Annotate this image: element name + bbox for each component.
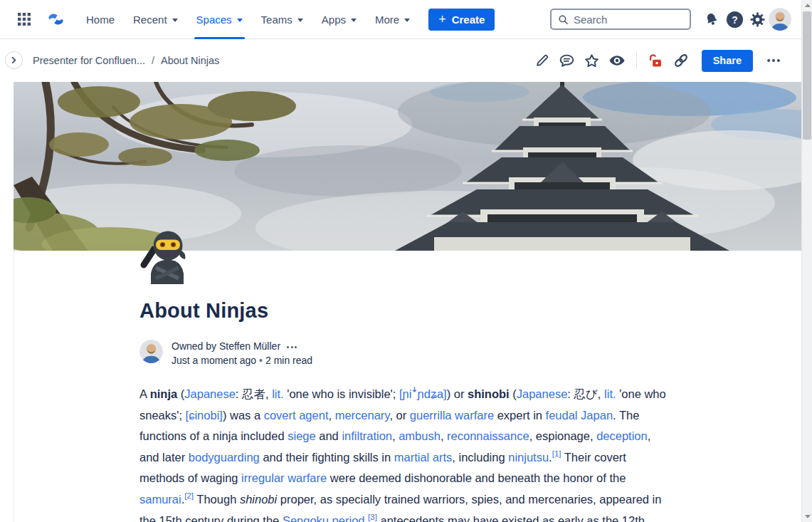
inline-link[interactable]: feudal Japan bbox=[546, 409, 613, 422]
text-segment: ( bbox=[177, 387, 184, 400]
text-segment: : 忍び, bbox=[567, 387, 604, 400]
nav-item-apps[interactable]: Apps bbox=[312, 0, 366, 39]
citation-link[interactable]: [1] bbox=[552, 449, 561, 458]
citation-link[interactable]: [2] bbox=[184, 491, 194, 500]
inline-link[interactable]: irregular warfare bbox=[241, 471, 327, 484]
inline-link[interactable]: [ɲiꜜɲdʑa] bbox=[399, 387, 447, 400]
inline-link[interactable]: ambush bbox=[399, 429, 441, 442]
settings-button[interactable] bbox=[746, 8, 769, 31]
star-icon bbox=[584, 53, 600, 69]
inline-link[interactable]: guerrilla warfare bbox=[410, 409, 494, 422]
edit-button[interactable] bbox=[533, 51, 552, 70]
inline-link[interactable]: ninjutsu bbox=[508, 451, 549, 464]
inline-link[interactable]: Sengoku period bbox=[283, 514, 365, 522]
text-segment: were deemed dishonorable and beneath the… bbox=[327, 471, 626, 484]
link-icon bbox=[673, 52, 690, 69]
text-segment: , bbox=[392, 429, 399, 442]
inline-link[interactable]: [ɕinobi] bbox=[186, 409, 223, 422]
chevron-down-icon bbox=[351, 19, 357, 22]
inline-link[interactable]: infiltration bbox=[342, 429, 392, 442]
inline-link[interactable]: martial arts bbox=[394, 451, 453, 464]
inline-link[interactable]: reconnaissance bbox=[447, 429, 529, 442]
chevron-down-icon bbox=[404, 19, 410, 22]
text-segment: expert in bbox=[494, 409, 545, 422]
breadcrumb-page-link[interactable]: About Ninjas bbox=[161, 55, 219, 66]
nav-item-more[interactable]: More bbox=[366, 0, 419, 39]
inline-link[interactable]: bodyguarding bbox=[189, 451, 260, 464]
chevron-right-icon bbox=[10, 56, 18, 64]
user-avatar[interactable] bbox=[769, 8, 791, 31]
byline-more-button[interactable] bbox=[287, 345, 297, 348]
restrictions-button[interactable] bbox=[647, 51, 665, 70]
cover-image bbox=[14, 82, 801, 251]
pencil-icon bbox=[534, 53, 550, 68]
inline-link[interactable]: Japanese bbox=[517, 387, 568, 400]
create-button[interactable]: + Create bbox=[428, 9, 495, 31]
nav-item-spaces[interactable]: Spaces bbox=[187, 0, 252, 39]
page-title: About Ninjas bbox=[139, 299, 268, 323]
comment-button[interactable] bbox=[558, 51, 576, 70]
plus-icon: + bbox=[438, 13, 446, 26]
actions-divider bbox=[636, 52, 637, 69]
expand-sidebar-button[interactable] bbox=[5, 51, 23, 69]
bell-icon bbox=[704, 11, 719, 27]
inline-link[interactable]: samurai bbox=[139, 493, 181, 506]
inline-link[interactable]: siege bbox=[288, 429, 315, 442]
confluence-window: Home Recent Spaces Teams Apps More bbox=[0, 0, 812, 522]
page-actions: Share bbox=[533, 50, 783, 72]
search-input[interactable] bbox=[574, 14, 683, 26]
more-actions-button[interactable] bbox=[764, 51, 783, 70]
primary-nav: Home Recent Spaces Teams Apps More bbox=[77, 0, 419, 39]
confluence-logo-icon[interactable] bbox=[46, 11, 65, 28]
nav-label: Spaces bbox=[196, 14, 232, 26]
inline-link[interactable]: lit. bbox=[604, 387, 616, 400]
citation-link[interactable]: [3] bbox=[368, 513, 377, 521]
scrollbar-thumb[interactable] bbox=[803, 11, 811, 140]
nav-label: Home bbox=[86, 14, 115, 26]
help-button[interactable]: ? bbox=[723, 8, 746, 31]
nav-item-teams[interactable]: Teams bbox=[252, 0, 312, 39]
byline-owner-link[interactable]: Owned by Steffen Müller bbox=[172, 340, 280, 354]
scroll-down-arrow[interactable] bbox=[805, 515, 811, 518]
byline-read-time: 2 min read bbox=[265, 355, 312, 366]
user-avatar-image bbox=[769, 8, 791, 31]
text-segment: 'one who is invisible'; bbox=[284, 387, 399, 400]
watch-button[interactable] bbox=[608, 51, 626, 70]
nav-label: Apps bbox=[322, 14, 346, 26]
text-segment: , espionage, bbox=[529, 429, 597, 442]
search-box[interactable] bbox=[550, 9, 691, 30]
nav-label: More bbox=[375, 14, 399, 26]
scroll-up-arrow[interactable] bbox=[805, 4, 811, 7]
page-emoji-button[interactable] bbox=[139, 228, 192, 284]
text-segment: , bbox=[441, 429, 447, 442]
chevron-down-icon bbox=[237, 19, 243, 22]
inline-link[interactable]: lit. bbox=[272, 387, 284, 400]
copy-link-button[interactable] bbox=[672, 51, 690, 70]
breadcrumb-space-link[interactable]: Presenter for Confluen... bbox=[33, 55, 145, 66]
question-mark-icon: ? bbox=[726, 11, 744, 28]
favorite-button[interactable] bbox=[583, 51, 601, 70]
inline-link[interactable]: covert agent bbox=[264, 409, 329, 422]
text-segment: ( bbox=[510, 387, 517, 400]
vertical-scrollbar[interactable] bbox=[801, 0, 812, 522]
nav-label: Teams bbox=[261, 14, 292, 26]
text-segment: and their fighting skills in bbox=[260, 451, 394, 464]
byline-text: Owned by Steffen Müller Just a moment ag… bbox=[172, 340, 312, 367]
notifications-button[interactable] bbox=[700, 8, 723, 31]
page-header-bar: Presenter for Confluen... / About Ninjas bbox=[0, 39, 801, 82]
text-segment: shinobi bbox=[468, 387, 510, 400]
owner-avatar[interactable] bbox=[139, 340, 163, 363]
top-navigation-bar: Home Recent Spaces Teams Apps More bbox=[0, 0, 801, 39]
inline-link[interactable]: Japanese bbox=[184, 387, 236, 400]
text-segment: ) or bbox=[447, 387, 468, 400]
nav-item-recent[interactable]: Recent bbox=[124, 0, 187, 39]
inline-link[interactable]: deception bbox=[596, 429, 648, 442]
byline-meta: Just a moment ago•2 min read bbox=[172, 354, 312, 368]
nav-item-home[interactable]: Home bbox=[77, 0, 124, 39]
app-switcher-button[interactable] bbox=[13, 8, 36, 31]
search-icon bbox=[558, 14, 569, 26]
text-segment: and bbox=[316, 429, 342, 442]
text-segment: A bbox=[139, 387, 150, 400]
share-button[interactable]: Share bbox=[702, 50, 753, 72]
inline-link[interactable]: mercenary bbox=[335, 409, 390, 422]
